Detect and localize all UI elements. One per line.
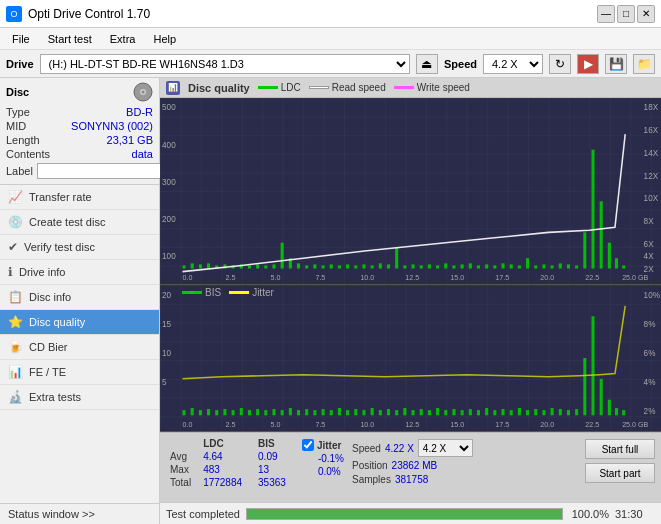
svg-rect-160 [615,408,618,415]
svg-text:8%: 8% [644,320,656,329]
svg-text:2.5: 2.5 [225,273,235,282]
sidebar-item-disc-quality[interactable]: ⭐ Disc quality [0,310,159,335]
svg-rect-62 [444,263,447,268]
sidebar-item-create-test-disc[interactable]: 💿 Create test disc [0,210,159,235]
svg-rect-153 [559,409,562,415]
menu-file[interactable]: File [4,31,38,47]
menu-start-test[interactable]: Start test [40,31,100,47]
svg-rect-56 [395,248,398,269]
bottom-chart-svg: 20 15 10 5 10% 8% 6% 4% 2% 0.0 2.5 5.0 [160,285,661,431]
samples-value: 381758 [395,474,428,485]
svg-text:12.5: 12.5 [405,273,419,282]
maximize-button[interactable]: □ [617,5,635,23]
sidebar-item-verify-test-disc[interactable]: ✔ Verify test disc [0,235,159,260]
jitter-checkbox[interactable] [302,439,314,451]
svg-text:12.5: 12.5 [405,420,419,429]
drive-label: Drive [6,58,34,70]
svg-rect-128 [354,409,357,415]
svg-rect-61 [436,265,439,268]
disc-length-row: Length 23,31 GB [6,134,153,146]
svg-text:15: 15 [162,320,171,329]
svg-rect-134 [403,408,406,415]
svg-text:6X: 6X [644,240,655,249]
ldc-color [258,86,278,89]
svg-rect-75 [551,265,554,268]
speed-refresh-button[interactable]: ↻ [549,54,571,74]
menu-help[interactable]: Help [145,31,184,47]
app-title: Opti Drive Control 1.70 [28,7,150,21]
progress-section: Test completed 100.0% 31:30 [160,502,661,524]
drive-select[interactable]: (H:) HL-DT-ST BD-RE WH16NS48 1.D3 [40,54,410,74]
svg-rect-148 [518,408,521,415]
svg-rect-117 [264,410,267,415]
svg-rect-141 [461,410,464,415]
sidebar-item-label: CD Bier [29,341,68,353]
svg-rect-158 [600,379,603,415]
sidebar-item-extra-tests[interactable]: 🔬 Extra tests [0,385,159,410]
svg-rect-123 [313,410,316,415]
verify-test-disc-icon: ✔ [8,240,18,254]
svg-rect-57 [403,265,406,268]
svg-rect-115 [248,410,251,415]
right-stats: Speed 4.22 X 4.2 X Position 23862 MB Sam… [352,437,473,485]
svg-text:25.0 GB: 25.0 GB [622,273,648,282]
svg-rect-46 [313,264,316,268]
svg-rect-130 [371,408,374,415]
sidebar-item-drive-info[interactable]: ℹ Drive info [0,260,159,285]
sidebar-item-cd-bier[interactable]: 🍺 CD Bier [0,335,159,360]
start-full-button[interactable]: Start full [585,439,655,459]
disc-panel-title: Disc [6,86,29,98]
disc-label-input[interactable] [37,163,170,179]
svg-text:25.0 GB: 25.0 GB [622,420,648,429]
drive-button-1[interactable]: ▶ [577,54,599,74]
svg-rect-45 [305,265,308,268]
svg-rect-112 [223,409,226,415]
chart-header: 📊 Disc quality LDC Read speed Write spee… [160,78,661,98]
svg-rect-155 [575,409,578,415]
speed-stat-value: 4.22 X [385,443,414,454]
status-window-button[interactable]: Status window >> [0,503,159,524]
disc-label-row: Label 🔍 [6,162,153,180]
svg-text:17.5: 17.5 [495,273,509,282]
svg-rect-154 [567,410,570,415]
legend-ldc: LDC [258,82,301,93]
speed-select[interactable]: 4.2 X [483,54,543,74]
svg-text:500: 500 [162,103,176,112]
total-bis-value: 35363 [250,476,294,489]
svg-rect-30 [182,265,185,268]
sidebar-item-fe-te[interactable]: 📊 FE / TE [0,360,159,385]
drive-button-save[interactable]: 📁 [633,54,655,74]
progress-bar-container [246,508,563,520]
legend-read-speed: Read speed [309,82,386,93]
write-speed-color [394,86,414,89]
disc-icon [133,82,153,102]
max-label: Max [166,463,195,476]
svg-rect-131 [379,410,382,415]
svg-rect-143 [477,410,480,415]
sidebar-item-label: Extra tests [29,391,81,403]
svg-rect-73 [534,265,537,268]
sidebar-item-disc-info[interactable]: 📋 Disc info [0,285,159,310]
minimize-button[interactable]: — [597,5,615,23]
disc-info-icon: 📋 [8,290,23,304]
speed-stat-select[interactable]: 4.2 X [418,439,473,457]
svg-text:17.5: 17.5 [495,420,509,429]
svg-rect-161 [622,410,625,415]
total-label: Total [166,476,195,489]
bis-legend-label: BIS [182,287,221,298]
sidebar-item-label: FE / TE [29,366,66,378]
svg-text:18X: 18X [644,103,659,112]
drive-eject-button[interactable]: ⏏ [416,54,438,74]
svg-rect-64 [461,264,464,268]
drive-button-2[interactable]: 💾 [605,54,627,74]
sidebar-item-transfer-rate[interactable]: 📈 Transfer rate [0,185,159,210]
stats-bar: LDC BIS Avg 4.64 0.09 Max 483 13 Total 1… [160,432,661,502]
jitter-max-value: 0.0% [302,466,344,477]
position-label: Position [352,460,388,471]
start-part-button[interactable]: Start part [585,463,655,483]
svg-rect-145 [493,410,496,415]
close-button[interactable]: ✕ [637,5,655,23]
menu-extra[interactable]: Extra [102,31,144,47]
jitter-section: Jitter -0.1% 0.0% [302,437,344,479]
jitter-label: Jitter [317,440,341,451]
